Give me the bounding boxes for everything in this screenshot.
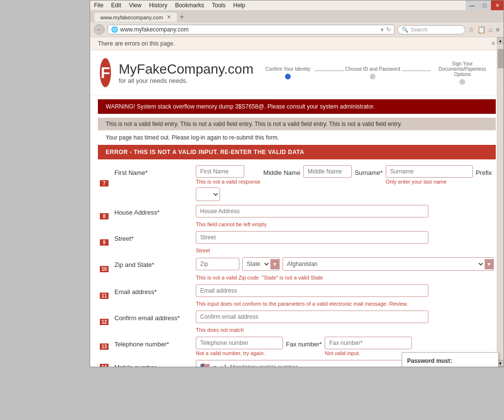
prefix-label: Prefix	[476, 165, 492, 176]
menu-icon[interactable]: ≡	[496, 26, 500, 33]
telephone-input[interactable]	[196, 337, 283, 349]
first-name-fields: This is not a valid response Middle Name…	[196, 165, 494, 201]
url-bar[interactable]: 🌐 www.myfakecompany.com ▼ ↻	[108, 25, 394, 34]
search-icon: 🔍	[402, 27, 409, 33]
street-fields: Street	[196, 231, 494, 253]
confirm-email-error: This does not match	[196, 327, 494, 333]
page-header: F MyFakeCompany.com for all your needs n…	[90, 50, 504, 95]
logo-letter: F	[101, 64, 110, 82]
mobile-label: Mobile number	[114, 360, 192, 367]
menu-tools[interactable]: Tools	[212, 2, 225, 9]
row-11-marker: 11	[100, 293, 109, 299]
email-fields: This input does not conform to the param…	[196, 284, 494, 307]
mobile-country-code: +1	[220, 363, 227, 367]
browser-tab[interactable]: www.myfakecompany.com ✕	[94, 12, 177, 22]
first-name-input[interactable]	[196, 165, 244, 178]
tab-close-icon[interactable]: ✕	[167, 14, 171, 20]
country-select[interactable]: AfghanistanAlbaniaAlgeria	[283, 258, 485, 270]
invalid-input-text: ERROR - THIS IS NOT A VALID INPUT. RE-EN…	[106, 149, 304, 156]
surname-label: Surname*	[355, 165, 383, 176]
system-warning-text: WARNING! System stack overflow memory du…	[106, 103, 375, 110]
error-top-text: There are errors on this page.	[98, 40, 175, 47]
tab-title: www.myfakecompany.com	[100, 15, 163, 20]
minimize-button[interactable]: —	[466, 0, 478, 10]
row-10-marker: 10	[100, 266, 109, 272]
menu-file[interactable]: File	[94, 2, 103, 9]
system-warning-banner: WARNING! System stack overflow memory du…	[98, 99, 496, 114]
nav-bar: ← 🌐 www.myfakecompany.com ▼ ↻ 🔍 Search ☆…	[90, 22, 504, 37]
country-dropdown[interactable]: AfghanistanAlbaniaAlgeria ▼	[283, 257, 494, 271]
progress-dot-1	[285, 74, 291, 79]
menu-help[interactable]: Help	[233, 2, 245, 9]
state-error: "State" is not a valid State	[262, 275, 323, 280]
progress-step-1-label: Confirm Your Identity	[266, 66, 311, 72]
middle-name-input[interactable]	[303, 165, 352, 178]
search-bar[interactable]: 🔍 Search	[397, 25, 465, 34]
fax-error: Not valid input.	[325, 350, 412, 356]
form-container: 7 First Name* This is not a valid respon…	[90, 161, 504, 367]
error-close-icon[interactable]: ✕	[491, 40, 496, 47]
progress-line-1	[315, 70, 344, 71]
street-row: 9 Street* Street	[100, 231, 494, 253]
menu-bar: File Edit View History Bookmarks Tools H…	[90, 0, 504, 11]
state-dropdown[interactable]: StateALAKAZ ▼	[242, 257, 280, 271]
first-name-error: This is not a valid response	[196, 179, 260, 185]
progress-step-3-label: Sign Your Documents/Paperless Options	[431, 61, 494, 77]
zip-state-label: Zip and State*	[114, 257, 192, 268]
zip-input[interactable]	[196, 258, 239, 270]
mobile-dropdown-icon[interactable]: ▼	[213, 365, 217, 367]
browser-window: — □ ✕ File Edit View History Bookmarks T…	[90, 0, 504, 367]
house-address-fields: This field cannot be left empty	[196, 205, 494, 227]
progress-dot-3	[459, 79, 465, 85]
refresh-icon[interactable]: ↻	[386, 26, 391, 33]
surname-error: Only enter your last name	[386, 179, 473, 185]
house-address-error: This field cannot be left empty	[196, 221, 494, 227]
field-error-banner: This is not a valid field entry. This is…	[98, 118, 496, 130]
timeout-banner: Your page has timed out. Please log-in a…	[98, 132, 496, 143]
fax-input[interactable]	[325, 337, 412, 349]
telephone-error: Not a valid number, try again.	[196, 350, 283, 356]
row-9-marker: 9	[100, 239, 109, 246]
menu-edit[interactable]: Edit	[111, 2, 121, 9]
menu-bookmarks[interactable]: Bookmarks	[175, 2, 204, 9]
email-input[interactable]	[196, 284, 428, 297]
search-placeholder: Search	[410, 27, 427, 32]
street-input[interactable]	[196, 231, 428, 244]
maximize-button[interactable]: □	[478, 0, 491, 10]
bookmark-star-icon[interactable]: ☆	[468, 26, 474, 33]
back-button[interactable]: ←	[94, 24, 105, 35]
middle-name-label: Middle Name	[263, 165, 300, 176]
prefix-select[interactable]: MrMrsMsDr	[196, 188, 220, 201]
first-name-row: 7 First Name* This is not a valid respon…	[100, 165, 494, 201]
home-icon[interactable]: ⌂	[488, 26, 492, 33]
progress-line-2	[402, 70, 431, 71]
email-row: 11 Email address* This input does not co…	[100, 284, 494, 307]
confirm-email-row: 12 Confirm email address* This does not …	[100, 311, 494, 333]
menu-history[interactable]: History	[149, 2, 167, 9]
url-dropdown-icon[interactable]: ▼	[379, 27, 384, 32]
email-error: This input does not conform to the param…	[196, 301, 494, 307]
menu-view[interactable]: View	[129, 2, 142, 9]
close-button[interactable]: ✕	[491, 0, 504, 10]
scroll-up-button[interactable]: ▲	[497, 37, 504, 44]
scroll-thumb[interactable]	[498, 49, 504, 68]
house-address-row: 8 House Address* This field cannot be le…	[100, 205, 494, 227]
new-tab-icon[interactable]: +	[179, 13, 184, 21]
surname-input[interactable]	[386, 165, 473, 178]
state-select[interactable]: StateALAKAZ	[243, 258, 270, 270]
house-address-input[interactable]	[196, 205, 428, 218]
zip-error: This is not a valid Zip code	[196, 275, 259, 280]
error-top-banner: There are errors on this page. ✕	[90, 37, 504, 50]
scroll-track[interactable]	[497, 44, 504, 360]
zip-state-fields: StateALAKAZ ▼ AfghanistanAlbaniaAlgeria …	[196, 257, 494, 280]
first-name-label: First Name*	[114, 165, 192, 176]
street-error: Street	[196, 248, 494, 253]
company-tagline: for all your needs needs.	[119, 77, 253, 84]
url-text: www.myfakecompany.com	[120, 26, 378, 33]
prefix-dropdown[interactable]: MrMrsMsDr	[196, 187, 220, 201]
flag-icon: 🇺🇸	[200, 362, 210, 367]
tab-bar: www.myfakecompany.com ✕ +	[90, 11, 504, 22]
page-content: There are errors on this page. ✕ F MyFak…	[90, 37, 504, 367]
confirm-email-input[interactable]	[196, 311, 428, 323]
bookmark-icon[interactable]: 📋	[477, 26, 486, 33]
